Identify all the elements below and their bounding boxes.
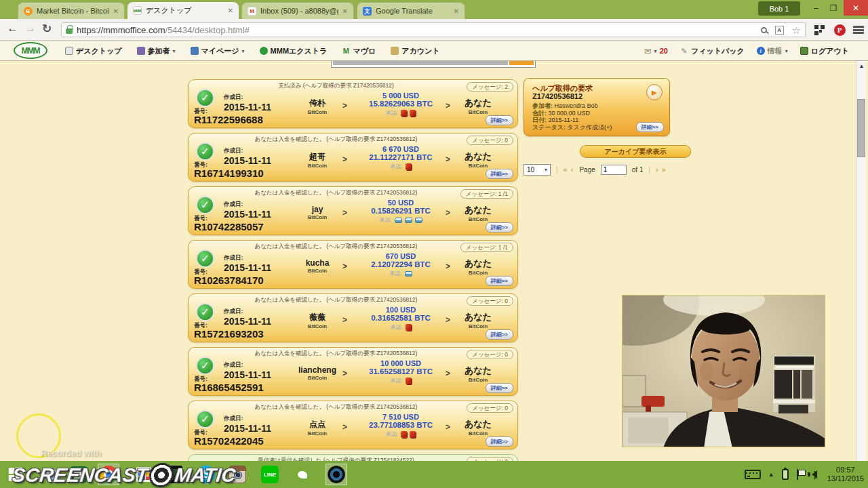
https-lock-icon[interactable]: [66, 28, 73, 34]
next-last-page-buttons[interactable]: › »: [656, 165, 667, 174]
message-badge[interactable]: メッセージ: 0: [467, 136, 513, 145]
tab-close-icon[interactable]: ✕: [113, 7, 119, 15]
browser-profile-button[interactable]: Bob 1: [758, 1, 800, 16]
sender-name[interactable]: 侉朴: [292, 98, 343, 109]
tab-label: Market Bitcoin - Bitcoin.c: [37, 7, 109, 15]
amount-usd: 10 000 USD: [355, 359, 446, 367]
minimize-button[interactable]: –: [807, 0, 825, 16]
chrome-menu-icon[interactable]: [852, 23, 865, 37]
sender-name[interactable]: 超哥: [292, 151, 343, 163]
nav-item-desktop[interactable]: デスクトップ: [65, 46, 122, 56]
archive-requests-button[interactable]: アーカイブ要求表示: [580, 145, 691, 158]
clock-date: 13/11/2015: [827, 474, 864, 483]
battery-icon[interactable]: [782, 469, 789, 480]
qr-extension-icon[interactable]: [812, 23, 826, 37]
message-badge[interactable]: メッセージ: 1 /1: [460, 243, 513, 252]
details-button[interactable]: 詳細>>: [486, 222, 513, 232]
pinterest-extension-icon[interactable]: P: [833, 23, 846, 37]
volume-icon[interactable]: [812, 470, 817, 479]
transaction-list: 支払済み (ヘルプ取得の要求 Z17420536812) メッセージ: 2 ✓ …: [188, 79, 518, 454]
reload-icon[interactable]: ↻: [42, 22, 52, 36]
confirmed-check-icon: ✓: [196, 249, 214, 268]
nav-item-mmm-extra[interactable]: MMMエクストラ: [260, 46, 328, 56]
nav-item-account[interactable]: アカウント: [391, 46, 439, 56]
transaction-id: R11722596688: [194, 114, 263, 125]
tab-google-translate[interactable]: 文 Google Translate ✕: [357, 2, 465, 19]
page-label: Page: [579, 166, 595, 174]
details-button[interactable]: 詳細>>: [486, 169, 513, 179]
bookmark-star-icon[interactable]: ☆: [792, 25, 801, 35]
mmm-logo[interactable]: MMM: [14, 42, 47, 59]
details-button[interactable]: 詳細>>: [486, 115, 513, 125]
details-button[interactable]: 詳細>>: [486, 383, 513, 393]
back-icon[interactable]: ←: [7, 22, 18, 35]
created-date: 2015-11-11: [224, 102, 292, 113]
approve-label: 承認:: [390, 323, 402, 331]
address-bar[interactable]: https://mmmoffice.com/54434/desktop.html…: [61, 22, 806, 37]
tab-close-icon[interactable]: ✕: [454, 7, 459, 15]
page-number-input[interactable]: [601, 165, 627, 175]
sender-name[interactable]: jay: [292, 205, 343, 214]
nav-item-feedback[interactable]: ✎フィットバック: [680, 46, 745, 56]
translate-page-icon[interactable]: A: [775, 26, 784, 35]
twitter-icon[interactable]: [292, 464, 313, 485]
nav-mail-indicator[interactable]: ✉▾20: [644, 46, 668, 56]
sender-name[interactable]: kucha: [292, 258, 343, 268]
tab-close-icon[interactable]: ✕: [228, 7, 233, 14]
transaction-id: R15702422045: [194, 435, 264, 447]
arrow-separator: >: [446, 369, 450, 378]
message-badge[interactable]: メッセージ: 1 /1: [460, 189, 513, 199]
line-icon[interactable]: LINE: [259, 464, 281, 485]
close-button[interactable]: ✕: [844, 0, 868, 16]
transaction-card: あなたは入金を確認した。 (ヘルプ取得の要求 Z17420536812) メッセ…: [188, 186, 518, 235]
next-arrow-button[interactable]: ►: [646, 84, 663, 100]
nav-item-mypage[interactable]: マイページ▾: [191, 46, 245, 56]
confirmed-check-icon: ✓: [196, 142, 214, 161]
recipient-currency: BitCoin: [457, 109, 499, 115]
card-status-title: あなたは入金を確認した。 (ヘルプ取得の要求 Z17420536812): [216, 136, 456, 144]
sender-name[interactable]: liancheng: [292, 365, 343, 375]
per-page-select[interactable]: 10▾: [524, 164, 551, 176]
confirmed-check-icon: ✓: [196, 89, 214, 107]
details-button[interactable]: 詳細>>: [486, 436, 513, 447]
arrow-separator: >: [342, 155, 347, 164]
approve-label: 承認:: [390, 377, 402, 384]
card-status-title: あなたは入金を確認した。 (ヘルプ取得の要求 Z17420536812): [216, 350, 456, 358]
url-text[interactable]: https://mmmoffice.com/54434/desktop.html…: [77, 25, 250, 35]
created-label: 作成日:: [224, 147, 292, 155]
scrollbar[interactable]: ▲: [856, 61, 866, 461]
message-badge[interactable]: メッセージ: 2: [467, 82, 513, 92]
nav-item-info[interactable]: i情報▾: [757, 46, 788, 56]
recipient-you: あなた: [457, 150, 499, 163]
message-badge[interactable]: メッセージ: 0: [467, 296, 513, 306]
touch-keyboard-icon[interactable]: [745, 470, 761, 479]
scrollbar-up-icon[interactable]: ▲: [856, 63, 867, 69]
sender-name[interactable]: 点点: [292, 419, 343, 430]
message-badge[interactable]: メッセージ: 0: [467, 403, 513, 413]
scrollbar-thumb[interactable]: [857, 99, 865, 157]
maximize-button[interactable]: ❐: [825, 0, 842, 16]
forward-icon[interactable]: →: [24, 22, 36, 35]
approval-icons: [395, 218, 422, 223]
show-hidden-icons[interactable]: ▲: [768, 471, 774, 478]
zoom-icon[interactable]: [761, 27, 767, 33]
tab-desktop-active[interactable]: MMM デスクトップ ✕: [127, 2, 239, 19]
sender-name[interactable]: 薇薇: [292, 312, 343, 323]
tab-close-icon[interactable]: ✕: [342, 7, 348, 15]
action-center-flag-icon[interactable]: [796, 469, 804, 480]
nav-item-mavro[interactable]: Mマヴロ: [342, 46, 376, 56]
amount-usd: 5 000 USD: [355, 92, 446, 100]
taskbar-clock[interactable]: 09:57 13/11/2015: [827, 466, 864, 483]
nav-item-logout[interactable]: ログアウト: [800, 46, 849, 56]
details-button[interactable]: 詳細>>: [636, 122, 664, 132]
details-button[interactable]: 詳細>>: [486, 329, 513, 340]
first-prev-page-buttons[interactable]: « ‹: [564, 165, 574, 174]
card-status-title: あなたは入金を確認した。 (ヘルプ取得の要求 Z17420536812): [216, 296, 456, 304]
chevron-down-icon: ▾: [173, 48, 176, 54]
message-badge[interactable]: メッセージ: 0: [467, 350, 513, 359]
tab-market-bitcoin[interactable]: B Market Bitcoin - Bitcoin.c ✕: [18, 2, 125, 19]
screencast-app-icon[interactable]: [326, 464, 347, 485]
nav-item-participants[interactable]: 参加者▾: [137, 46, 176, 56]
details-button[interactable]: 詳細>>: [486, 276, 513, 286]
tab-gmail-inbox[interactable]: M Inbox (509) - a8088y@gm ✕: [241, 2, 354, 19]
